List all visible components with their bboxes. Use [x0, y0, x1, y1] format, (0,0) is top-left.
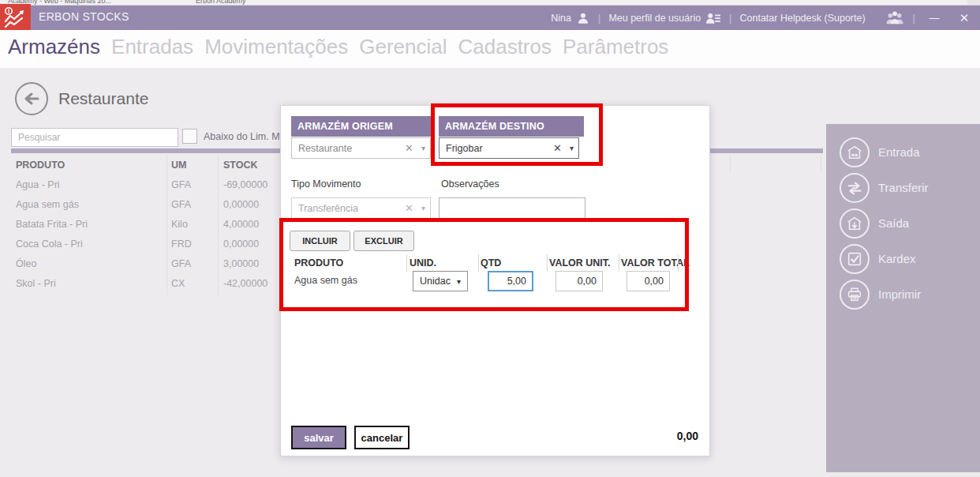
dialog-total: 0,00 — [677, 430, 698, 442]
grid-column-divider — [678, 254, 679, 272]
cell-stock: -69,00000 — [219, 179, 267, 190]
incluir-button[interactable]: INCLUIR — [290, 231, 350, 251]
nav-armazens[interactable]: Armazéns — [8, 35, 100, 59]
origem-combobox[interactable]: Restaurante ✕ ▾ — [291, 137, 431, 159]
chevron-down-icon[interactable]: ▾ — [418, 204, 425, 212]
grid-col-valor-total: VALOR TOTAL — [621, 257, 690, 269]
nav-cadastros[interactable]: Cadastros — [458, 35, 552, 59]
destino-header: ARMAZÉM DESTINO — [439, 116, 584, 137]
clear-icon[interactable]: ✕ — [400, 202, 418, 214]
unid-dropdown[interactable]: Unidac ▾ — [413, 271, 468, 291]
sidebar-label: Kardex — [878, 252, 916, 265]
sidebar-item-kardex[interactable]: Kardex — [826, 241, 980, 276]
page-title: Restaurante — [58, 89, 148, 108]
nav-entradas[interactable]: Entradas — [111, 35, 193, 59]
kardex-check-icon — [840, 244, 870, 274]
profile-icon — [705, 11, 721, 25]
col-stock[interactable]: STOCK — [219, 160, 258, 171]
observacoes-input[interactable] — [439, 197, 585, 219]
valor-unit-input[interactable] — [555, 271, 603, 291]
back-button[interactable] — [15, 82, 48, 115]
titlebar-separator: | — [913, 12, 915, 24]
sidebar-item-transferir[interactable]: Transferir — [826, 170, 980, 205]
close-button[interactable]: ✕ — [953, 11, 975, 25]
origem-header: ARMAZÉM ORIGEM — [291, 116, 431, 137]
col-produto[interactable]: PRODUTO — [11, 160, 166, 171]
nav-parametros[interactable]: Parâmetros — [563, 35, 668, 59]
erbon-stocks-window: Academy - Web - Máquinas 20... Erbon Aca… — [0, 0, 980, 477]
origem-value: Restaurante — [298, 143, 400, 154]
tipo-movimento-label: Tipo Movimento — [291, 178, 361, 190]
col-um[interactable]: UM — [166, 160, 219, 171]
titlebar-separator: | — [729, 12, 731, 24]
excluir-button[interactable]: EXCLUIR — [353, 231, 414, 251]
cell-produto: Coca Cola - Pri — [11, 238, 166, 250]
sidebar-item-saida[interactable]: Saída — [826, 205, 980, 241]
helpdesk-label: Contatar Helpdesk (Suporte) — [740, 13, 866, 24]
grid-column-divider — [619, 254, 619, 272]
grid-column-divider — [406, 254, 407, 272]
stock-table-header: PRODUTO UM STOCK — [11, 155, 279, 175]
clear-icon[interactable]: ✕ — [548, 142, 567, 154]
below-min-limit-label: Abaixo do Lim. Mín — [204, 131, 288, 142]
destino-combobox[interactable]: Frigobar ✕ ▾ — [439, 137, 579, 159]
browser-window-button — [967, 0, 980, 6]
cell-um: GFA — [166, 258, 219, 269]
titlebar-separator: | — [598, 12, 600, 24]
cell-produto: Óleo — [11, 258, 166, 269]
user-name: Nina — [551, 13, 571, 24]
nav-movimentacoes[interactable]: Movimentações — [204, 35, 348, 59]
cell-stock: 4,00000 — [219, 219, 259, 230]
minimize-button[interactable]: — — [923, 12, 945, 24]
cell-um: CX — [166, 278, 219, 289]
grid-column-divider — [478, 254, 479, 272]
helpdesk-menu[interactable]: Contatar Helpdesk (Suporte) — [740, 13, 866, 24]
stock-table: PRODUTO UM STOCK Agua - Pri GFA -69,0000… — [11, 155, 279, 293]
app-titlebar: Nina | Meu perfil de usuário | Contatar … — [0, 6, 980, 30]
qtd-input[interactable] — [488, 271, 533, 291]
sidebar-item-imprimir[interactable]: Imprimir — [826, 276, 980, 312]
chevron-down-icon[interactable]: ▾ — [567, 144, 574, 152]
tipo-movimento-combobox[interactable]: Transferência ✕ ▾ — [291, 197, 431, 219]
profile-menu[interactable]: Meu perfil de usuário — [608, 11, 721, 25]
below-min-limit-checkbox[interactable] — [182, 129, 197, 144]
sidebar-item-entrada[interactable]: Entrada — [826, 134, 980, 170]
user-menu[interactable]: Nina — [551, 11, 590, 25]
profile-label: Meu perfil de usuário — [608, 13, 701, 24]
helpdesk-group-icon[interactable] — [885, 10, 905, 26]
grid-col-qtd: QTD — [481, 257, 501, 269]
grid-row-produto[interactable]: Agua sem gás — [294, 275, 357, 286]
printer-icon — [840, 280, 870, 310]
cell-stock: 0,00000 — [219, 238, 259, 250]
nav-gerencial[interactable]: Gerencial — [359, 35, 447, 59]
table-row[interactable]: Agua sem gás GFA 0,00000 — [11, 194, 279, 214]
sidebar-label: Entrada — [878, 145, 920, 159]
action-sidebar: Entrada Transferir Saída Kardex Imprimir — [826, 124, 980, 472]
cell-um: FRD — [166, 238, 219, 250]
transfer-arrows-icon — [840, 173, 870, 203]
table-row[interactable]: Batata Frita - Pri Kilo 4,00000 — [11, 214, 279, 234]
grid-column-divider — [547, 254, 548, 272]
valor-total-input[interactable] — [627, 271, 670, 291]
clear-icon[interactable]: ✕ — [400, 142, 418, 154]
sidebar-label: Transferir — [878, 181, 929, 194]
app-title: ERBON STOCKS — [39, 10, 129, 23]
table-row[interactable]: Coca Cola - Pri FRD 0,00000 — [11, 234, 279, 254]
search-input[interactable] — [11, 128, 178, 147]
table-row[interactable]: Skol - Pri CX -42,00000 — [11, 273, 279, 293]
sidebar-label: Saída — [878, 216, 909, 230]
user-icon — [576, 11, 590, 25]
chevron-down-icon[interactable]: ▾ — [418, 144, 425, 152]
table-row[interactable]: Agua - Pri GFA -69,00000 — [11, 175, 279, 194]
warehouse-out-icon — [840, 208, 870, 238]
sidebar-label: Imprimir — [878, 287, 921, 301]
salvar-button[interactable]: salvar — [291, 426, 346, 449]
cancelar-button[interactable]: cancelar — [354, 426, 410, 449]
app-logo-icon — [0, 4, 31, 30]
cell-produto: Agua sem gás — [11, 199, 166, 210]
table-row[interactable]: Óleo GFA 3,00000 — [11, 254, 279, 273]
destino-value: Frigobar — [446, 143, 548, 154]
table-column-divider — [821, 155, 821, 172]
chevron-down-icon: ▾ — [457, 277, 461, 286]
browser-tab-strip: Academy - Web - Máquinas 20... Erbon Aca… — [0, 0, 980, 6]
